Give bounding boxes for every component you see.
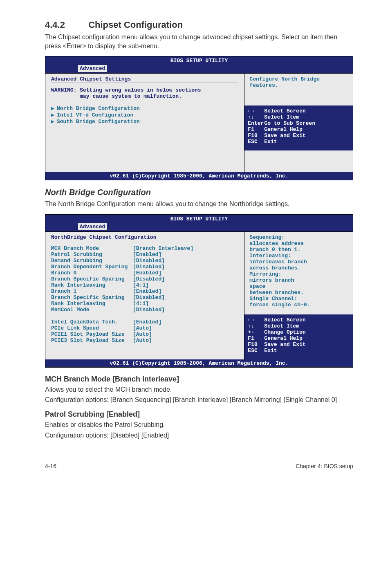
chapter-label: Chapter 4: BIOS setup <box>296 463 353 469</box>
intro-paragraph: The North Bridge Configuration menu allo… <box>45 200 353 209</box>
bios-config-row[interactable]: PCIE3 Slot Payload Size[Auto] <box>51 337 238 343</box>
bios-keys: ←→Select Screen ↑↓Select Item +-Change O… <box>248 317 350 354</box>
bios-title: BIOS SETUP UTILITY <box>45 215 353 223</box>
subsection-heading: North Bridge Configuration <box>45 188 353 197</box>
config-value: [Auto] <box>133 325 152 331</box>
bios-heading: NorthBridge Chipset Configuration <box>51 234 238 241</box>
config-value: [Disabled] <box>133 258 165 264</box>
bios-menu-item[interactable]: ▶South Bridge Configuration <box>51 118 238 125</box>
config-value: [4:1] <box>133 301 149 307</box>
config-value: [Auto] <box>133 331 152 337</box>
config-label: PCIE3 Slot Payload Size <box>51 337 133 343</box>
bios-help-text: Configure North Bridge features. <box>249 76 348 88</box>
config-label: MCH Branch Mode <box>51 245 133 251</box>
config-value: [Disabled] <box>133 264 165 270</box>
bios-config-row <box>51 313 238 319</box>
bios-box-1: BIOS SETUP UTILITY Advanced Advanced Chi… <box>45 56 353 180</box>
section-heading: 4.4.2 Chipset Configuration <box>45 20 353 30</box>
bios-tab-row: Advanced <box>45 65 353 73</box>
config-value: [Auto] <box>133 337 152 343</box>
option-desc: Enables or disables the Patrol Scrubbing… <box>45 420 353 429</box>
config-label: Branch Dependent Sparing <box>51 264 133 270</box>
bios-config-row[interactable]: Branch 0[Enabled] <box>51 270 238 276</box>
bios-config-row[interactable]: Patrol Scrubbing[Enabled] <box>51 251 238 258</box>
bios-footer: v02.61 (C)Copyright 1985-2006, American … <box>45 359 353 367</box>
config-value: [Branch Interleave] <box>133 245 193 251</box>
option-config: Configuration options: [Disabled] [Enabl… <box>45 431 353 440</box>
option-config: Configuration options: [Branch Sequencin… <box>45 395 353 404</box>
config-label: Intel QuickData Tech. <box>51 319 133 325</box>
config-value: [Enabled] <box>133 270 161 276</box>
config-label: Branch 0 <box>51 270 133 276</box>
bios-tab-advanced[interactable]: Advanced <box>78 223 107 230</box>
bios-config-row[interactable]: Rank Interleaving[4:1] <box>51 282 238 288</box>
section-number: 4.4.2 <box>45 20 86 30</box>
config-value: [Enabled] <box>133 319 161 325</box>
config-label: Patrol Scrubbing <box>51 251 133 258</box>
intro-paragraph: The Chipset configuration menu allows yo… <box>45 33 353 50</box>
config-value: [Disabled] <box>133 294 165 301</box>
bios-config-row[interactable]: PCIe Link Speed[Auto] <box>51 325 238 331</box>
bios-config-row[interactable]: Branch Dependent Sparing[Disabled] <box>51 264 238 270</box>
config-value: [Disabled] <box>133 276 165 282</box>
page-footer: 4-16 Chapter 4: BIOS setup <box>45 461 353 469</box>
bios-config-row[interactable]: Intel QuickData Tech.[Enabled] <box>51 319 238 325</box>
bios-config-row[interactable]: Rank Interleaving[4:1] <box>51 301 238 307</box>
bios-menu-item[interactable]: ▶Intel VT-d Configuration <box>51 112 238 118</box>
config-label: Rank Interleaving <box>51 282 133 288</box>
bios-title: BIOS SETUP UTILITY <box>45 56 353 65</box>
bios-menu-item[interactable]: ▶North Bridge Configuration <box>51 105 238 112</box>
bios-config-row[interactable]: MemCool Mode[Disabled] <box>51 307 238 313</box>
config-value: [Enabled] <box>133 251 161 258</box>
config-label: Demand Scrubbing <box>51 258 133 264</box>
config-label: MemCool Mode <box>51 307 133 313</box>
page-number: 4-16 <box>45 463 56 469</box>
config-label: PCIe Link Speed <box>51 325 133 331</box>
option-heading: MCH Branch Mode [Branch Interleave] <box>45 375 353 384</box>
config-label: Branch Specific Sparing <box>51 294 133 301</box>
bios-tab-row: Advanced <box>45 223 353 231</box>
config-value: [Enabled] <box>133 288 161 294</box>
config-label: Rank Interleaving <box>51 301 133 307</box>
config-value: [4:1] <box>133 282 149 288</box>
bios-warning: WARNING: Setting wrong values in below s… <box>51 87 238 99</box>
bios-config-row[interactable]: PCIE1 Slot Payload Size[Auto] <box>51 331 238 337</box>
bios-config-row[interactable]: Branch Specific Sparing[Disabled] <box>51 276 238 282</box>
section-title: Chipset Configuration <box>88 20 183 30</box>
bios-config-row[interactable]: Demand Scrubbing[Disabled] <box>51 258 238 264</box>
config-label: Branch Specific Sparing <box>51 276 133 282</box>
bios-keys: ←→Select Screen ↑↓Select Item EnterGo to… <box>248 108 350 145</box>
bios-box-2: BIOS SETUP UTILITY Advanced NorthBridge … <box>45 214 353 368</box>
triangle-icon: ▶ <box>51 112 57 118</box>
option-desc: Allows you to select the MCH branch mode… <box>45 385 353 394</box>
config-label: PCIE1 Slot Payload Size <box>51 331 133 337</box>
bios-config-row[interactable]: Branch 1[Enabled] <box>51 288 238 294</box>
option-heading: Patrol Scrubbing [Enabled] <box>45 410 353 419</box>
triangle-icon: ▶ <box>51 105 57 112</box>
bios-config-row[interactable]: Branch Specific Sparing[Disabled] <box>51 294 238 301</box>
config-value: [Disabled] <box>133 307 165 313</box>
bios-help-text: Sequencing: allocates address branch 0 t… <box>249 234 348 308</box>
bios-tab-advanced[interactable]: Advanced <box>78 65 107 72</box>
bios-footer: v02.61 (C)Copyright 1985-2006, American … <box>45 172 353 180</box>
triangle-icon: ▶ <box>51 118 57 125</box>
bios-config-row[interactable]: MCH Branch Mode[Branch Interleave] <box>51 245 238 251</box>
config-label: Branch 1 <box>51 288 133 294</box>
bios-heading: Advanced Chipset Settings <box>51 76 238 83</box>
